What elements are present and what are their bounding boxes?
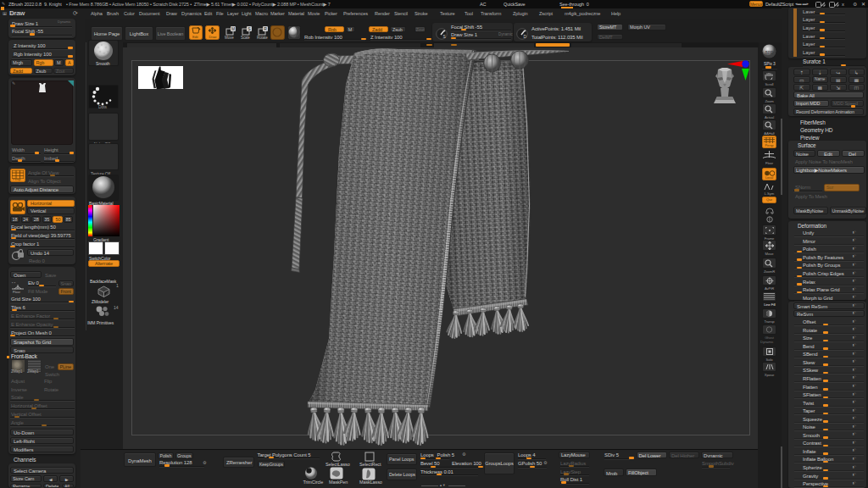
svg-text:D: D	[524, 34, 527, 39]
svg-text:Floor: Floor	[13, 290, 21, 294]
svg-text:▪ ▪: ▪ ▪	[12, 280, 16, 285]
svg-text:M: M	[231, 26, 235, 31]
svg-text:BPR: BPR	[765, 51, 774, 55]
svg-text:R: R	[264, 26, 267, 31]
